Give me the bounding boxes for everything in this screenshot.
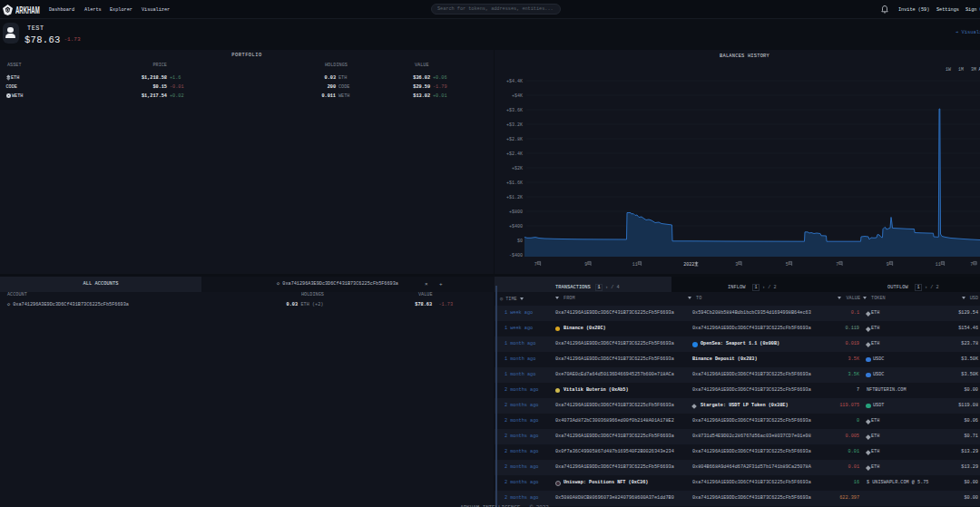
svg-text:+$1.2K: +$1.2K	[506, 195, 523, 200]
svg-text:+$3.6K: +$3.6K	[506, 108, 523, 113]
svg-text:3M: 3M	[971, 67, 976, 72]
svg-text:$0: $0	[517, 239, 523, 244]
svg-text:1W: 1W	[946, 67, 951, 72]
svg-text:7: 7	[534, 262, 537, 268]
svg-text:7: 7	[970, 262, 973, 268]
svg-text:+$3.2K: +$3.2K	[506, 122, 523, 128]
svg-text:+$4.4K: +$4.4K	[506, 79, 523, 84]
svg-text:BALANCES HISTORY: BALANCES HISTORY	[720, 54, 770, 59]
svg-text:+$400: +$400	[509, 224, 523, 229]
svg-text:+$800: +$800	[509, 210, 523, 215]
svg-text:+$4K: +$4K	[512, 93, 523, 99]
svg-text:7: 7	[836, 262, 838, 268]
svg-text:11: 11	[632, 262, 638, 268]
svg-text:11: 11	[936, 262, 941, 268]
svg-text:-$400: -$400	[509, 253, 523, 258]
svg-text:+$2.4K: +$2.4K	[506, 151, 523, 157]
svg-text:+$2.8K: +$2.8K	[506, 137, 523, 142]
svg-text:3: 3	[735, 262, 738, 268]
svg-text:9: 9	[584, 262, 587, 268]
svg-text:9: 9	[887, 262, 889, 268]
svg-text:+$1.6K: +$1.6K	[506, 180, 523, 186]
svg-text:1M: 1M	[958, 67, 964, 72]
svg-text:5: 5	[786, 262, 789, 268]
svg-text:+$2K: +$2K	[512, 166, 523, 171]
svg-text:2022: 2022	[683, 262, 694, 268]
